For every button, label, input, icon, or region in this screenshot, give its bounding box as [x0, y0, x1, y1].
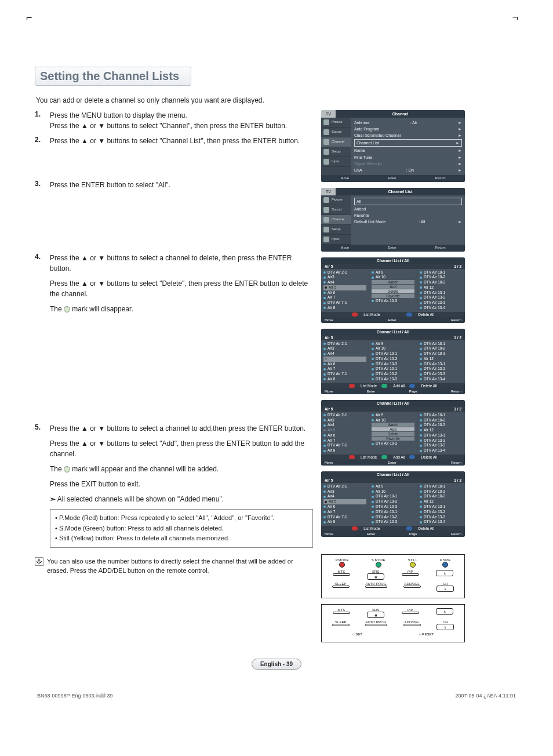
remote-diagram-1: P.MODE S.MODE STILL P.SIZE MTS SRS◉ PIP … [321, 554, 465, 598]
footnote: 🕹 You can also use the number buttons to… [35, 557, 313, 576]
osd-tab: TV [321, 110, 336, 118]
step1-line1: Press the MENU button to display the men… [50, 110, 287, 121]
osd-channel-menu: TV Channel Picture Sound Channel Setup I… [321, 110, 465, 182]
crop-mark: ¬ [512, 12, 518, 24]
remote-diagram-2: MTS SRS◉ PIP ∧ SLEEP AUTO PROG. ADD/DEL … [321, 604, 465, 642]
step5-b: Press the ▲ or ▼ buttons to select "Add"… [50, 438, 313, 459]
step-4: 4. Press the ▲ or ▼ buttons to select a … [35, 253, 313, 314]
channel-list-panel-add: Channel List / All Air 51 / 2 DTV Air 2-… [321, 400, 465, 466]
channel-list-panel-deleted: Channel List / All Air 51 / 2 DTV Air 2-… [321, 329, 465, 394]
intro-text: You can add or delete a channel so only … [36, 96, 518, 104]
page-number: English - 39 [252, 659, 301, 670]
channel-list-panel-added: Channel List / All Air 51 / 2 DTV Air 2-… [321, 471, 465, 537]
step-2: 2. Press the ▲ or ▼ buttons to select "C… [35, 136, 313, 146]
note-arrow-icon: ➣ [50, 495, 56, 503]
step5-e: ➣ All selected channels will be shown on… [50, 494, 313, 504]
step4-b: Press the ▲ or ▼ buttons to select "Dele… [50, 278, 313, 299]
step4-a: Press the ▲ or ▼ buttons to select a cha… [50, 253, 313, 274]
tip-green: • S.Mode (Green) button: Press to add al… [55, 524, 308, 534]
osd-channel-list-menu: TV Channel List Picture Sound Channel Se… [321, 188, 465, 252]
color-button-tips: • P.Mode (Red) button: Press repeatedly … [50, 509, 313, 548]
screenshots-column: TV Channel Picture Sound Channel Setup I… [321, 110, 465, 642]
step-1: 1. Press the MENU button to display the … [35, 110, 313, 131]
section-title: Setting the Channel Lists [35, 67, 191, 86]
manual-page: ⌐ ¬ Setting the Channel Lists You can ad… [0, 0, 553, 722]
channel-list-panel-delete: Channel List / All Air 51 / 2 DTV Air 2-… [321, 257, 465, 323]
step5-a: Press the ▲ or ▼ buttons to select a cha… [50, 423, 313, 434]
step1-line2: Press the ▲ or ▼ buttons to select "Chan… [50, 121, 287, 131]
step4-c: The mark will disappear. [50, 304, 313, 314]
print-file: BN68-00998P-Eng-0503.indd 39 [37, 693, 113, 699]
channel-mark-icon [64, 466, 70, 472]
instructions-column: 1. Press the MENU button to display the … [35, 110, 313, 642]
tip-yellow: • Still (Yellow) button: Press to delete… [55, 533, 308, 544]
step-5: 5. Press the ▲ or ▼ buttons to select a … [35, 423, 313, 548]
channel-mark-icon [64, 306, 70, 312]
step5-c: The mark will appear and the channel wil… [50, 464, 313, 474]
footnote-text: You can also use the number buttons to d… [47, 557, 313, 576]
page-footer: English - 39 [35, 659, 518, 670]
step-3: 3. Press the ENTER button to select "All… [35, 180, 313, 190]
print-metadata: BN68-00998P-Eng-0503.indd 39 2007-05-04 … [35, 693, 518, 699]
crop-mark: ⌐ [26, 12, 32, 24]
remote-icon: 🕹 [35, 557, 43, 566]
osd-sidebar: Picture Sound Channel Setup Input [321, 118, 351, 175]
print-date: 2007-05-04 ¿ÀÈÄ 4:11:01 [455, 693, 516, 699]
tip-red: • P.Mode (Red) button: Press repeatedly … [55, 513, 308, 524]
osd-options: Antenna: Air► Auto Program► Clear Scramb… [351, 118, 465, 175]
step5-d: Press the EXIT button to exit. [50, 479, 313, 489]
section-title-bar: Setting the Channel Lists [35, 67, 518, 86]
osd-title: Channel [336, 110, 465, 118]
